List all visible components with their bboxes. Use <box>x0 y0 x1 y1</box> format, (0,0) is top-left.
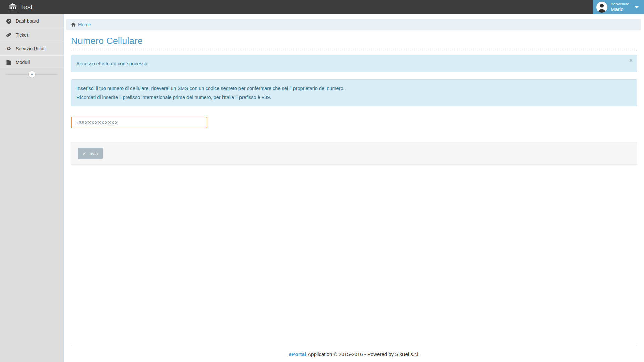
user-menu[interactable]: Benvenuto Mario <box>593 0 644 14</box>
footer-text: Application © 2015-2016 - Powered by Sik… <box>308 351 420 357</box>
app-window: Test Benvenuto Mario <box>0 0 644 362</box>
instructions-line-2: Ricordati di inserire il prefisso intern… <box>76 93 632 102</box>
page-header: Numero Cellulare <box>71 30 637 51</box>
main-content: Home Numero Cellulare Accesso effettuato… <box>64 14 644 362</box>
instructions-line-1: Inserisci il tuo numero di cellulare, ri… <box>76 84 632 93</box>
document-icon <box>6 60 12 65</box>
user-name: Mario <box>611 6 629 12</box>
sidebar-item-label: Servizio Rifiuti <box>16 46 46 51</box>
submit-button[interactable]: ✔ Invia <box>78 148 103 159</box>
page-footer: ePortal Application © 2015-2016 - Powere… <box>71 346 637 362</box>
ticket-icon <box>6 32 12 38</box>
sidebar-item-servizio-rifiuti[interactable]: ♻ Servizio Rifiuti <box>0 42 64 56</box>
close-icon[interactable]: × <box>629 58 633 63</box>
check-icon: ✔ <box>83 152 86 156</box>
sidebar-collapse-row: « <box>0 70 64 79</box>
chevron-down-icon <box>635 6 639 8</box>
submit-panel: ✔ Invia <box>71 142 637 165</box>
title-divider <box>71 51 637 51</box>
user-text: Benvenuto Mario <box>611 2 629 12</box>
sidebar-item-label: Ticket <box>16 32 28 38</box>
sidebar-item-dashboard[interactable]: Dashboard <box>0 14 64 28</box>
instructions-box: Inserisci il tuo numero di cellulare, ri… <box>71 79 637 106</box>
sidebar-collapse-button[interactable]: « <box>28 71 36 78</box>
sidebar-item-label: Dashboard <box>16 18 39 24</box>
home-icon <box>71 22 76 27</box>
brand-label: Test <box>20 3 33 11</box>
breadcrumb-home-link[interactable]: Home <box>78 22 91 27</box>
alert-text: Accesso effettuato con successo. <box>76 61 149 66</box>
sidebar: Dashboard Ticket ♻ Servizio Rifiuti <box>0 14 64 362</box>
success-alert: Accesso effettuato con successo. × <box>71 55 637 72</box>
sidebar-item-label: Moduli <box>16 60 30 65</box>
phone-number-input[interactable] <box>71 117 207 128</box>
sidebar-menu: Dashboard Ticket ♻ Servizio Rifiuti <box>0 14 64 69</box>
breadcrumb: Home <box>66 19 641 30</box>
user-avatar-icon <box>596 2 607 13</box>
sidebar-item-ticket[interactable]: Ticket <box>0 28 64 42</box>
brand-link[interactable]: Test <box>0 3 33 11</box>
user-greeting: Benvenuto <box>611 2 629 6</box>
page-title: Numero Cellulare <box>71 36 637 46</box>
submit-button-label: Invia <box>88 151 98 156</box>
footer-brand-link[interactable]: ePortal <box>289 351 306 357</box>
sidebar-item-moduli[interactable]: Moduli <box>0 56 64 69</box>
top-navbar: Test Benvenuto Mario <box>0 0 644 14</box>
recycle-icon: ♻ <box>6 46 12 51</box>
dashboard-gauge-icon <box>6 18 12 24</box>
bank-icon <box>8 3 17 11</box>
